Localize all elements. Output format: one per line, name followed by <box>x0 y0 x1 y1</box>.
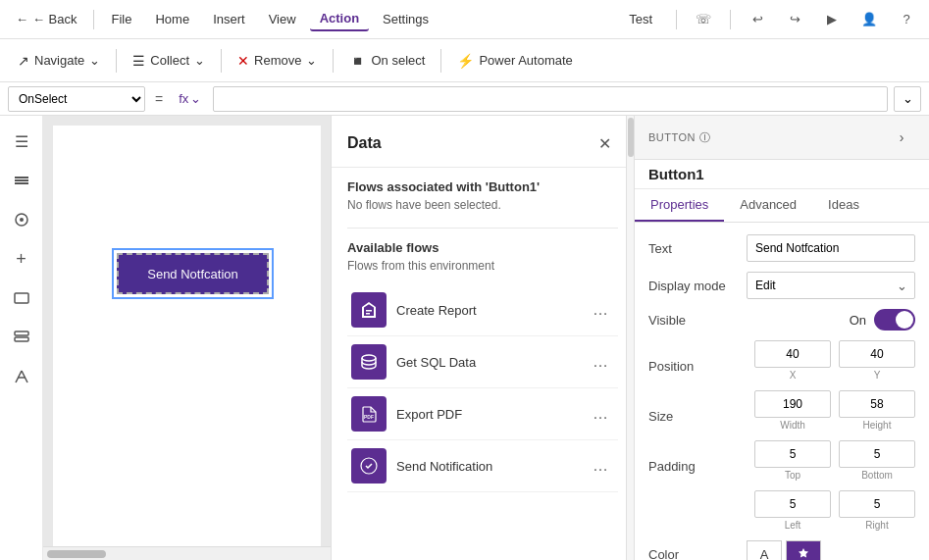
play-icon[interactable]: ▶ <box>817 5 847 34</box>
svg-line-9 <box>22 371 27 382</box>
flow-more-create-report[interactable]: … <box>587 296 614 324</box>
prop-value-display-mode: Edit View Disabled ⌄ <box>747 272 915 299</box>
sidebar-icon-rectangle[interactable] <box>4 280 39 316</box>
pad-right-label: Right <box>865 520 888 531</box>
visible-toggle[interactable] <box>874 309 915 331</box>
flow-name-get-sql: Get SQL Data <box>396 355 577 370</box>
powerautomate-button[interactable]: ⚡ Power Automate <box>447 48 582 74</box>
prop-label-color: Color <box>648 547 747 561</box>
onselect-button[interactable]: ◾ On select <box>339 48 435 74</box>
prop-field-height: Height <box>839 390 915 431</box>
sidebar-icon-variables[interactable] <box>4 359 39 394</box>
prop-label-visible: Visible <box>648 313 747 328</box>
sidebar-icon-layers[interactable] <box>4 163 39 198</box>
menu-file[interactable]: File <box>102 8 142 30</box>
svg-rect-5 <box>15 293 28 303</box>
back-button[interactable]: ← ← Back <box>8 8 85 30</box>
flow-name-create-report: Create Report <box>396 303 577 318</box>
color-text-swatch[interactable]: A <box>747 540 782 560</box>
data-panel-title: Data <box>347 134 382 152</box>
flow-more-export-pdf[interactable]: … <box>587 400 614 428</box>
flow-more-send-notification[interactable]: … <box>587 452 614 480</box>
prop-input-pad-left[interactable] <box>754 490 831 518</box>
formula-expand-chevron[interactable]: ⌄ <box>894 86 921 112</box>
color-swatches: A <box>747 540 821 560</box>
collect-button[interactable]: ☰ Collect ⌄ <box>123 48 215 74</box>
prop-field-pos-x: X <box>754 340 831 381</box>
data-panel-close-button[interactable]: ✕ <box>591 129 618 157</box>
svg-rect-1 <box>15 179 28 181</box>
prop-input-pad-right[interactable] <box>839 490 915 518</box>
data-panel-scrollbar[interactable] <box>626 116 634 560</box>
toolbar-sep-2 <box>221 49 222 73</box>
sidebar-icon-menu[interactable]: ☰ <box>4 124 39 159</box>
tab-ideas[interactable]: Ideas <box>812 189 875 222</box>
flows-env-label: Flows from this environment <box>347 259 618 273</box>
prop-row-color: Color A <box>648 540 915 560</box>
menu-settings[interactable]: Settings <box>373 8 439 30</box>
props-type-label: BUTTON <box>648 131 696 143</box>
test-button[interactable]: Test <box>617 8 664 30</box>
undo-icon[interactable]: ↩ <box>743 5 772 34</box>
prop-xy-fields-size: Width Height <box>754 390 915 431</box>
help-phone-icon[interactable]: ☏ <box>689 5 718 34</box>
back-label: ← Back <box>32 12 77 26</box>
tab-properties[interactable]: Properties <box>635 189 724 222</box>
formula-select[interactable]: OnSelect <box>8 86 145 112</box>
flow-item-create-report[interactable]: Create Report … <box>347 284 618 336</box>
prop-input-width[interactable] <box>754 390 831 418</box>
formula-fx-button[interactable]: fx ⌄ <box>173 89 207 108</box>
navigate-chevron: ⌄ <box>89 53 100 68</box>
toolbar-sep-1 <box>116 49 117 73</box>
menu-view[interactable]: View <box>259 8 306 30</box>
menu-bar: ← ← Back File Home Insert View Action Se… <box>0 0 929 39</box>
prop-input-pad-top[interactable] <box>754 440 831 468</box>
prop-field-pad-top: Top <box>754 440 831 481</box>
svg-line-8 <box>16 371 22 382</box>
prop-label-size: Size <box>648 403 747 431</box>
prop-input-height[interactable] <box>839 390 915 418</box>
sidebar-icon-add[interactable]: + <box>4 241 39 277</box>
menu-insert[interactable]: Insert <box>203 8 255 30</box>
formula-input[interactable] <box>213 86 888 112</box>
color-fill-swatch[interactable] <box>786 540 821 560</box>
menu-home[interactable]: Home <box>145 8 199 30</box>
menu-right-area: Test ☏ ↩ ↪ ▶ 👤 ? <box>617 5 921 34</box>
data-panel-body: Flows associated with 'Button1' No flows… <box>332 168 634 560</box>
canvas-area[interactable]: Send Notfcation <box>43 116 331 560</box>
sidebar-icon-components[interactable] <box>4 202 39 237</box>
prop-select-display-mode[interactable]: Edit View Disabled <box>747 272 915 299</box>
collect-label: Collect <box>150 53 189 68</box>
prop-label-padding: Padding <box>648 453 747 481</box>
prop-input-text[interactable] <box>747 234 915 262</box>
data-panel: Data ✕ Flows associated with 'Button1' N… <box>331 116 635 560</box>
prop-label-text: Text <box>648 241 747 256</box>
props-component-name: Button1 <box>635 160 929 189</box>
flow-item-send-notification[interactable]: Send Notification … <box>347 440 618 492</box>
flow-item-get-sql[interactable]: Get SQL Data … <box>347 336 618 388</box>
props-expand-button[interactable]: › <box>888 124 915 151</box>
prop-input-pos-y[interactable] <box>839 340 915 368</box>
tab-advanced[interactable]: Advanced <box>724 189 812 222</box>
prop-input-pos-x[interactable] <box>754 340 831 368</box>
sidebar-icon-data[interactable] <box>4 320 39 355</box>
props-help-icon[interactable]: ⓘ <box>699 130 711 145</box>
prop-field-pad-right: Right <box>839 490 915 531</box>
send-notification-button[interactable]: Send Notfcation <box>117 253 269 294</box>
user-icon[interactable]: 👤 <box>854 5 884 34</box>
canvas-scrollbar[interactable] <box>43 546 331 560</box>
flow-item-export-pdf[interactable]: PDF Export PDF … <box>347 388 618 440</box>
properties-panel: BUTTON ⓘ › Button1 Properties Advanced I… <box>635 116 929 560</box>
navigate-button[interactable]: ↗ Navigate ⌄ <box>8 48 110 74</box>
question-icon[interactable]: ? <box>892 5 921 34</box>
flow-more-get-sql[interactable]: … <box>587 348 614 376</box>
toolbar: ↗ Navigate ⌄ ☰ Collect ⌄ ✕ Remove ⌄ ◾ On… <box>0 39 929 82</box>
back-icon: ← <box>16 12 28 26</box>
remove-button[interactable]: ✕ Remove ⌄ <box>228 48 327 74</box>
prop-input-pad-bottom[interactable] <box>839 440 915 468</box>
props-type: BUTTON ⓘ <box>648 130 711 145</box>
redo-icon[interactable]: ↪ <box>780 5 809 34</box>
menu-action[interactable]: Action <box>310 7 369 31</box>
prop-field-pad-bottom: Bottom <box>839 440 915 481</box>
height-label: Height <box>863 420 892 431</box>
